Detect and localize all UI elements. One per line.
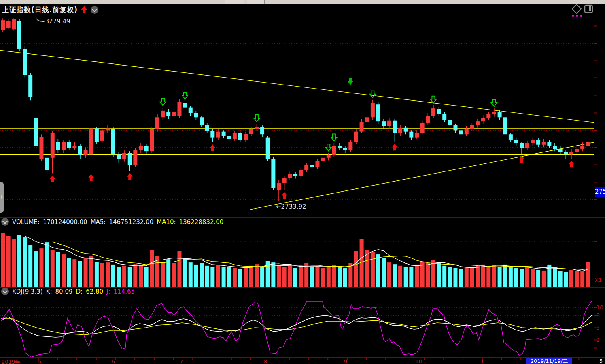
- x-axis-label: 6: [112, 358, 115, 364]
- ma10-label: MA10:: [157, 218, 176, 226]
- ma5-label: MA5:: [91, 218, 106, 226]
- ma5-value: 146751232.00: [109, 218, 153, 226]
- k-value: 80.09: [55, 288, 73, 295]
- up-arrow-icon: [81, 6, 88, 14]
- expand-arrow-icon: [1, 195, 3, 199]
- side-panel-icon[interactable]: [585, 5, 592, 13]
- right-price-axis-line: [594, 4, 594, 364]
- d-label: D:: [76, 288, 83, 295]
- diamond-tool-icon[interactable]: [572, 4, 581, 13]
- trading-terminal: 上证指数(日线.前复权) ~3279.49 ←2733.92 VOLUME: 1…: [0, 0, 605, 364]
- magenta-dot: [576, 15, 578, 17]
- window-top-strip: [0, 0, 605, 4]
- magenta-dot: [580, 15, 582, 17]
- volume-value: 170124000.00: [43, 218, 87, 226]
- x-axis-label: 2019年: [2, 358, 20, 364]
- kdj-scale-label: 5: [596, 324, 600, 331]
- x-axis-label: 8: [264, 358, 267, 364]
- time-axis[interactable]: [0, 357, 605, 364]
- d-value: 62.80: [86, 288, 103, 295]
- x-axis-label: 9: [344, 358, 347, 364]
- chevron-down-icon[interactable]: [1, 288, 9, 295]
- ma10-value: 136228832.00: [179, 218, 224, 226]
- current-date-highlight[interactable]: 2019/11/19/二: [526, 358, 572, 364]
- magenta-dot: [572, 15, 574, 17]
- kdj-scale-label: 8: [596, 312, 600, 319]
- chevron-down-icon[interactable]: [91, 6, 98, 14]
- kdj-pane-header: KDJ(9,3,3) K: 80.09 D: 62.80 J: 114.65: [1, 288, 135, 295]
- kdj-scale-label: 10: [596, 304, 603, 311]
- side-panel-icon-fill: [589, 6, 591, 11]
- high-price-annotation: ~3279.49: [40, 18, 70, 25]
- x-axis-label: 7: [180, 358, 183, 364]
- chevron-down-icon[interactable]: [1, 218, 9, 226]
- price-level-badge: 275: [595, 187, 605, 197]
- main-chart-canvas[interactable]: [0, 0, 605, 217]
- chart-title-bar: 上证指数(日线.前复权): [2, 5, 98, 15]
- volume-label: VOLUME:: [12, 218, 40, 226]
- volume-pane-header: VOLUME: 170124000.00 MA5: 146751232.00 M…: [1, 218, 223, 226]
- kdj-indicator-label: KDJ(9,3,3): [12, 288, 43, 295]
- cut-off-character: 5: [599, 358, 603, 364]
- strip-notch: [225, 0, 244, 4]
- j-label: J:: [106, 288, 110, 295]
- kdj-scale-label: 2: [596, 336, 600, 343]
- k-label: K:: [46, 288, 52, 295]
- x-axis-label: 10: [415, 358, 422, 364]
- volume-chart-canvas[interactable]: [0, 217, 605, 287]
- x-axis-label: 11: [481, 358, 488, 364]
- page-title: 上证指数(日线.前复权): [2, 5, 78, 15]
- volume-multiplier-label: X1: [595, 277, 602, 283]
- j-value: 114.65: [114, 288, 135, 295]
- kdj-chart-canvas[interactable]: [0, 287, 605, 358]
- chart-toolbar-icons: [567, 4, 597, 18]
- pane-separator[interactable]: [0, 217, 605, 218]
- x-axis-label: 5: [38, 358, 41, 364]
- strip-notch: [247, 0, 265, 4]
- low-price-annotation: ←2733.92: [276, 203, 306, 210]
- sidebar-collapse-handle[interactable]: [0, 182, 4, 213]
